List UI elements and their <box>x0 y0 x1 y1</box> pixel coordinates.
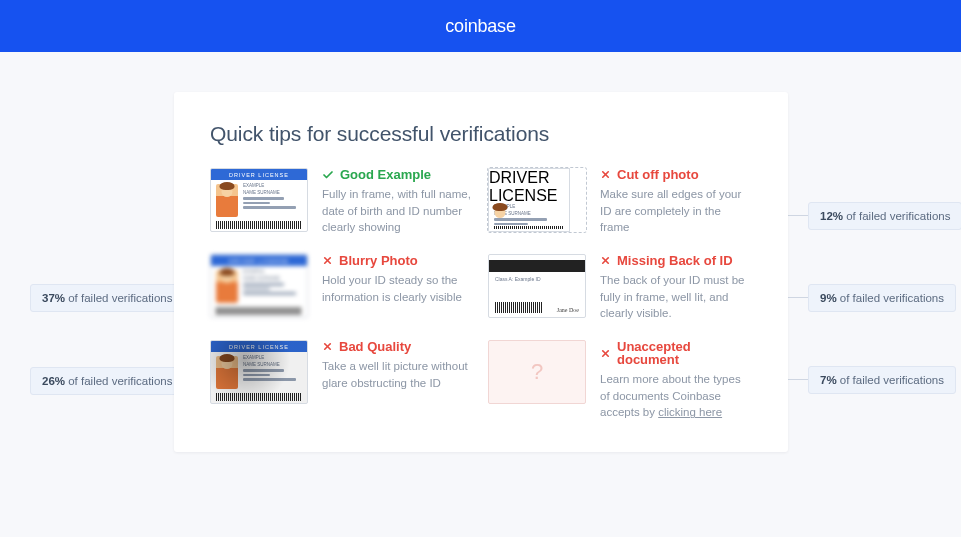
magstripe-icon <box>489 260 585 272</box>
callout-percent: 7% <box>820 374 837 386</box>
callout-bad: 26% of failed verifications <box>30 367 184 395</box>
x-icon <box>600 169 611 180</box>
callout-missing: 9% of failed verifications <box>808 284 956 312</box>
tile-blurry: DRIVER LICENSE EXAMPLENAME SURNAME Blurr… <box>210 254 474 322</box>
brand-logo: coinbase <box>445 16 515 37</box>
tile-title: Blurry Photo <box>322 254 474 267</box>
tile-desc: Learn more about the types of documents … <box>600 371 752 421</box>
barcode-icon <box>216 307 302 315</box>
x-icon <box>600 255 611 266</box>
callout-percent: 12% <box>820 210 843 222</box>
callout-blurry: 37% of failed verifications <box>30 284 184 312</box>
tile-desc: Take a well lit picture without glare ob… <box>322 358 474 391</box>
page-stage: 37% of failed verifications 26% of faile… <box>0 52 961 537</box>
tile-title: Missing Back of ID <box>600 254 752 267</box>
card-heading: Quick tips for successful verifications <box>210 122 752 146</box>
tile-title: Good Example <box>322 168 474 181</box>
id-stripe: DRIVER LICENSE <box>211 169 307 180</box>
tile-desc: The back of your ID must be fully in fra… <box>600 272 752 322</box>
tile-good: DRIVER LICENSE EXAMPLE NAME SURNAME <box>210 168 474 236</box>
id-thumb-good: DRIVER LICENSE EXAMPLE NAME SURNAME <box>210 168 308 232</box>
x-icon <box>322 341 333 352</box>
tips-grid: DRIVER LICENSE EXAMPLE NAME SURNAME <box>210 168 752 421</box>
signature: Jane Doe <box>557 307 579 313</box>
id-thumb-cutoff: DRIVER LICENSE EXAMPLENAME SURNAME <box>488 168 586 232</box>
callout-suffix: of failed verifications <box>65 292 172 304</box>
barcode-icon <box>495 302 543 313</box>
avatar-illustration <box>216 270 238 303</box>
id-lines: EXAMPLE NAME SURNAME <box>243 184 302 217</box>
barcode-icon <box>216 221 302 229</box>
question-icon: ? <box>531 359 543 385</box>
tile-title: Unaccepted document <box>600 340 752 366</box>
x-icon <box>600 348 611 359</box>
x-icon <box>322 255 333 266</box>
callout-percent: 26% <box>42 375 65 387</box>
tips-card: Quick tips for successful verifications … <box>174 92 788 452</box>
barcode-icon <box>494 226 564 229</box>
connector-line <box>788 379 808 380</box>
tile-desc: Hold your ID steady so the information i… <box>322 272 474 305</box>
tile-desc: Fully in frame, with full name, date of … <box>322 186 474 236</box>
callout-suffix: of failed verifications <box>837 374 944 386</box>
app-header: coinbase <box>0 0 961 52</box>
placeholder-thumb: ? <box>488 340 586 404</box>
id-thumb-back: Class A: Example ID Jane Doe <box>488 254 586 318</box>
tile-missing-back: Class A: Example ID Jane Doe Missing Bac… <box>488 254 752 322</box>
tile-unaccepted: ? Unaccepted document Learn more about t… <box>488 340 752 421</box>
tile-desc: Make sure all edges of your ID are compl… <box>600 186 752 236</box>
tile-cutoff: DRIVER LICENSE EXAMPLENAME SURNAME Cut o… <box>488 168 752 236</box>
tile-title: Bad Quality <box>322 340 474 353</box>
callout-suffix: of failed verifications <box>837 292 944 304</box>
tile-bad-quality: DRIVER LICENSE EXAMPLENAME SURNAME Bad Q… <box>210 340 474 421</box>
barcode-icon <box>216 393 302 401</box>
avatar-illustration <box>216 356 238 389</box>
callout-percent: 37% <box>42 292 65 304</box>
tile-title: Cut off photo <box>600 168 752 181</box>
connector-line <box>788 297 808 298</box>
callout-cutoff: 12% of failed verifications <box>808 202 961 230</box>
callout-suffix: of failed verifications <box>65 375 172 387</box>
connector-line <box>788 215 808 216</box>
callout-unaccepted: 7% of failed verifications <box>808 366 956 394</box>
check-icon <box>322 169 334 181</box>
callout-suffix: of failed verifications <box>843 210 950 222</box>
callout-percent: 9% <box>820 292 837 304</box>
id-thumb-blurry: DRIVER LICENSE EXAMPLENAME SURNAME <box>210 254 308 318</box>
id-thumb-dark: DRIVER LICENSE EXAMPLENAME SURNAME <box>210 340 308 404</box>
avatar-illustration <box>216 184 238 217</box>
docs-link[interactable]: clicking here <box>658 406 722 418</box>
